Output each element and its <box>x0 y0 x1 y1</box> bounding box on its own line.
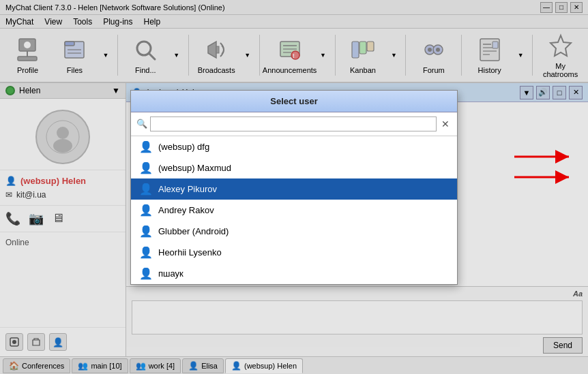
user-item-alexey-pikurov[interactable]: 👤 Alexey Pikurov <box>131 178 457 200</box>
search-magnifier-icon: 🔍 <box>136 119 147 129</box>
user-avatar-icon: 👤 <box>139 183 153 196</box>
user-item-name: Glubber (Android) <box>158 226 229 236</box>
user-item-glubber[interactable]: 👤 Glubber (Android) <box>131 221 457 242</box>
user-avatar-icon: 👤 <box>139 161 153 174</box>
user-item-name: (websup) Maxmud <box>158 163 231 173</box>
search-close-button[interactable]: ✕ <box>439 118 452 130</box>
user-avatar-icon: 👤 <box>139 246 153 259</box>
user-item-nshayk[interactable]: 👤 пшаук <box>131 263 457 284</box>
dialog-title: Select user <box>131 91 457 112</box>
user-item-name: пшаук <box>158 268 183 279</box>
user-search-input[interactable] <box>150 116 437 131</box>
user-item-name: Andrey Rakov <box>158 205 214 215</box>
user-avatar-icon: 👤 <box>139 204 153 217</box>
select-user-dialog: Select user 🔍 ✕ 👤 (websup) dfg 👤 (websup… <box>130 90 458 285</box>
dialog-search: 🔍 ✕ <box>131 112 457 136</box>
user-item-websup-maxmud[interactable]: 👤 (websup) Maxmud <box>131 157 457 178</box>
user-list: 👤 (websup) dfg 👤 (websup) Maxmud 👤 Alexe… <box>131 136 457 284</box>
user-avatar-icon: 👤 <box>139 267 153 280</box>
user-item-websup-dfg[interactable]: 👤 (websup) dfg <box>131 136 457 157</box>
user-item-andrey-rakov[interactable]: 👤 Andrey Rakov <box>131 200 457 221</box>
modal-overlay: Select user 🔍 ✕ 👤 (websup) dfg 👤 (websup… <box>0 0 588 374</box>
user-item-name: Heorhii Lysenko <box>158 247 222 258</box>
user-item-name: Alexey Pikurov <box>158 184 217 194</box>
user-avatar-icon: 👤 <box>139 225 153 238</box>
user-avatar-icon: 👤 <box>139 140 153 153</box>
user-item-heorhii[interactable]: 👤 Heorhii Lysenko <box>131 242 457 263</box>
user-item-name: (websup) dfg <box>158 142 209 152</box>
